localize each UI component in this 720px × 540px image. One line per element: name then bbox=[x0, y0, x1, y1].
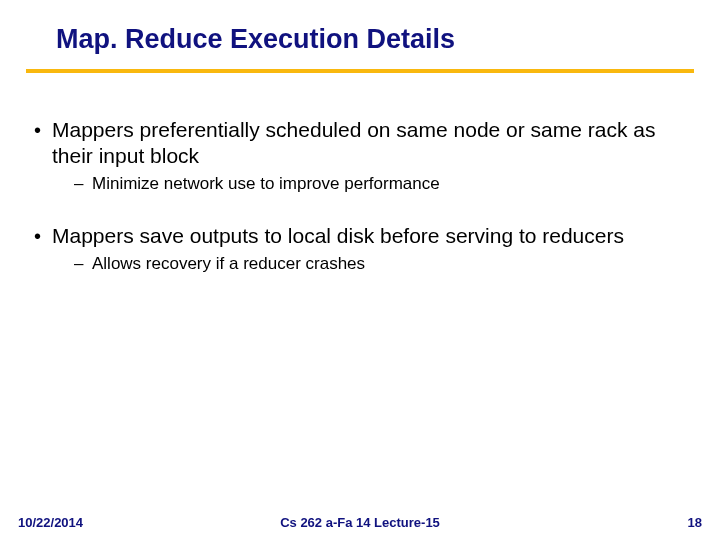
slide: Map. Reduce Execution Details • Mappers … bbox=[0, 0, 720, 540]
footer-page-number: 18 bbox=[688, 515, 702, 530]
bullet-item: • Mappers preferentially scheduled on sa… bbox=[30, 117, 690, 169]
bullet-text: Mappers preferentially scheduled on same… bbox=[52, 117, 690, 169]
bullet-text: Mappers save outputs to local disk befor… bbox=[52, 223, 690, 249]
slide-title: Map. Reduce Execution Details bbox=[0, 24, 720, 69]
slide-content: • Mappers preferentially scheduled on sa… bbox=[0, 73, 720, 275]
sub-bullet-item: – Minimize network use to improve perfor… bbox=[74, 173, 690, 195]
bullet-dot-icon: • bbox=[30, 117, 52, 143]
bullet-item: • Mappers save outputs to local disk bef… bbox=[30, 223, 690, 249]
dash-icon: – bbox=[74, 173, 92, 195]
footer-lecture: Cs 262 a-Fa 14 Lecture-15 bbox=[280, 515, 440, 530]
sub-bullet-item: – Allows recovery if a reducer crashes bbox=[74, 253, 690, 275]
slide-footer: 10/22/2014 Cs 262 a-Fa 14 Lecture-15 18 bbox=[0, 515, 720, 530]
bullet-dot-icon: • bbox=[30, 223, 52, 249]
dash-icon: – bbox=[74, 253, 92, 275]
sub-bullet-text: Minimize network use to improve performa… bbox=[92, 173, 690, 195]
footer-date: 10/22/2014 bbox=[18, 515, 83, 530]
sub-bullet-text: Allows recovery if a reducer crashes bbox=[92, 253, 690, 275]
